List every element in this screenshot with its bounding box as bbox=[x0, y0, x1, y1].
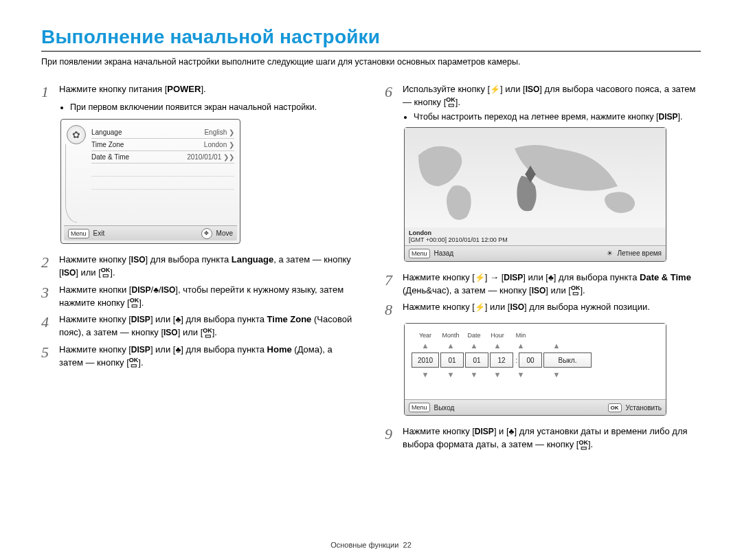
flash-icon: ⚡ bbox=[475, 273, 485, 282]
back-label: Назад bbox=[434, 249, 454, 257]
city-label: London bbox=[409, 229, 662, 236]
t: ] для выбора пункта bbox=[181, 314, 267, 324]
t: ] или [ bbox=[546, 285, 571, 295]
ok-icon: OK▭ bbox=[129, 357, 139, 368]
step-number: 6 bbox=[385, 83, 403, 109]
world-map bbox=[405, 128, 666, 227]
t: ] или [ bbox=[150, 314, 176, 324]
t: ] для выбора пункта bbox=[181, 344, 267, 355]
gear-icon: ✿ bbox=[67, 125, 86, 144]
ok-icon: OK▭ bbox=[101, 267, 111, 278]
disp-icon: DISP bbox=[131, 285, 150, 295]
exit-label: Выход bbox=[434, 404, 455, 412]
step-number: 4 bbox=[41, 313, 59, 339]
t: Нажмите кнопку [ bbox=[403, 426, 475, 436]
menu-key: Menu bbox=[409, 249, 430, 258]
ok-icon: OK▭ bbox=[578, 440, 588, 451]
ok-icon: OK▭ bbox=[571, 285, 581, 296]
disp-icon: DISP bbox=[131, 345, 150, 355]
menu-row-empty bbox=[91, 164, 234, 177]
settings-menu: Language English ❯ Time Zone London ❯ Da… bbox=[91, 126, 234, 202]
cell-min: 00 bbox=[519, 352, 542, 368]
menu-label: Language bbox=[91, 128, 122, 136]
page-title: Выполнение начальной настройки bbox=[41, 26, 701, 48]
t: Используйте кнопку [ bbox=[403, 84, 490, 94]
step-number: 2 bbox=[41, 254, 59, 280]
step-9: 9 Нажмите кнопку [DISP] и [♣] для устано… bbox=[385, 425, 701, 451]
t: Нажмите кнопку [ bbox=[59, 344, 131, 355]
arrow-up-icon: ▲ bbox=[486, 341, 509, 350]
cell-date: 01 bbox=[465, 352, 488, 368]
flash-icon: ⚡ bbox=[490, 85, 500, 94]
t: Нажмите кнопку [ bbox=[59, 254, 131, 265]
menu-row: Language English ❯ bbox=[91, 126, 234, 139]
screenshot-date-time: Year Month Date Hour Min ▲▲▲▲▲▲ 2010 01 … bbox=[404, 323, 666, 416]
iso-icon: ISO bbox=[510, 302, 524, 312]
bullet-text: При первом включении появится экран нача… bbox=[70, 102, 357, 112]
t: ] для выбора пункта bbox=[146, 254, 232, 265]
disp-icon: DISP bbox=[659, 112, 678, 122]
cell-off: Выкл. bbox=[543, 352, 592, 368]
chevron-right-icon: ❯❯ bbox=[223, 153, 234, 161]
move-label: Move bbox=[216, 229, 233, 237]
arrow-down-icon: ▼ bbox=[532, 370, 581, 379]
cell-month: 01 bbox=[440, 352, 464, 368]
t: Нажмите кнопки [ bbox=[59, 284, 131, 295]
step-1-bullet: При первом включении появится экран нача… bbox=[60, 102, 357, 112]
title-rule bbox=[41, 51, 701, 52]
arrow-up-icon: ▲ bbox=[509, 341, 532, 350]
screenshot-initial-setup: ✿ Language English ❯ Time Zone London ❯ … bbox=[60, 119, 240, 244]
arrow-up-icon: ▲ bbox=[532, 341, 581, 350]
t: ] или [ bbox=[76, 267, 101, 278]
step-8: 8 Нажмите кнопку [⚡] или [ISO] для выбор… bbox=[385, 301, 701, 317]
dst-label: Летнее время bbox=[617, 249, 662, 257]
step-number: 1 bbox=[41, 83, 59, 100]
menu-key: Menu bbox=[409, 403, 430, 412]
t: Нажмите кнопку [ bbox=[403, 272, 475, 282]
gmt-info: [GMT +00:00] 2010/01/01 12:00 PM bbox=[409, 236, 662, 243]
page-footer: Основные функции 22 bbox=[0, 541, 742, 549]
menu-key: Menu bbox=[68, 229, 89, 238]
iso-icon: ISO bbox=[532, 286, 546, 295]
t: ] или [ bbox=[178, 327, 203, 337]
step-7: 7 Нажмите кнопку [⚡] → [DISP] или [♣] дл… bbox=[385, 271, 701, 298]
hdr-date: Date bbox=[462, 332, 486, 339]
menu-value: English bbox=[204, 128, 227, 136]
step-number: 7 bbox=[385, 271, 403, 298]
step-number: 5 bbox=[41, 344, 59, 370]
t: (День&час), а затем — кнопку [ bbox=[403, 285, 532, 295]
arrow-up-icon: ▲ bbox=[462, 341, 486, 350]
language-label: Language bbox=[232, 254, 273, 265]
cell-year: 2010 bbox=[412, 352, 439, 368]
arrow-up-row: ▲▲▲▲▲▲ bbox=[412, 341, 659, 350]
macro-icon: ♣ bbox=[153, 285, 159, 295]
bullet-text: Чтобы настроить переход на летнее время,… bbox=[414, 112, 659, 122]
disp-icon: DISP bbox=[504, 273, 523, 282]
footer-bar: Menu Выход OK Установить bbox=[405, 399, 666, 415]
step-6: 6 Используйте кнопку [⚡] или [ISO] для в… bbox=[385, 83, 701, 109]
footer-bar: Menu Exit ✥ Move bbox=[64, 225, 237, 240]
t: ]. bbox=[588, 439, 593, 449]
cell-hour: 12 bbox=[490, 352, 513, 368]
t: ] → [ bbox=[485, 272, 504, 282]
sun-icon: ☀ bbox=[607, 249, 613, 257]
step-1: 1 Нажмите кнопку питания [POWER]. bbox=[41, 83, 357, 100]
hdr-month: Month bbox=[439, 332, 462, 339]
arrow-down-row: ▼▼▼▼▼▼ bbox=[412, 370, 659, 379]
datetime-header: Year Month Date Hour Min bbox=[412, 332, 659, 339]
decorative-line bbox=[65, 144, 77, 223]
t: ]. bbox=[110, 267, 115, 278]
world-map-svg bbox=[405, 128, 666, 227]
iso-icon: ISO bbox=[161, 285, 176, 295]
ok-key: OK bbox=[608, 403, 622, 412]
power-label: POWER bbox=[167, 84, 201, 94]
t: ]. bbox=[212, 327, 217, 337]
t: ]. bbox=[138, 357, 143, 368]
t: ] или [ bbox=[500, 84, 526, 94]
step-number: 8 bbox=[385, 301, 403, 317]
menu-label: Date & Time bbox=[91, 153, 129, 161]
t: ]. bbox=[456, 97, 460, 107]
arrow-up-icon: ▲ bbox=[439, 341, 462, 350]
footer-section: Основные функции bbox=[330, 541, 398, 549]
chevron-right-icon: ❯ bbox=[229, 128, 234, 136]
